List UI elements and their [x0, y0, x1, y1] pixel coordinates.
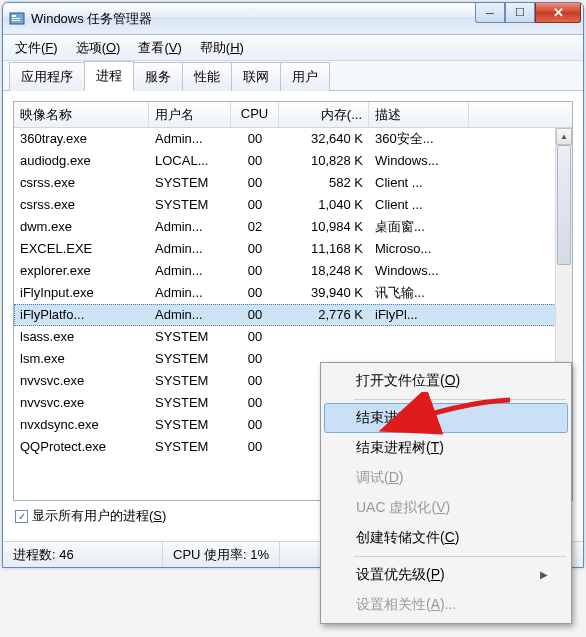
menu-file[interactable]: 文件(F) [9, 37, 64, 59]
scroll-up-button[interactable]: ▲ [556, 128, 572, 145]
cell-user: Admin... [149, 262, 231, 279]
ctx-debug: 调试(D) [324, 463, 568, 493]
cell-img: iFlyInput.exe [14, 284, 149, 301]
cell-desc: Microso... [369, 240, 469, 257]
separator [354, 399, 566, 400]
col-user[interactable]: 用户名 [149, 102, 231, 127]
menu-bar: 文件(F) 选项(O) 查看(V) 帮助(H) [3, 35, 583, 61]
table-row[interactable]: audiodg.exeLOCAL...0010,828 KWindows... [14, 150, 572, 172]
cell-cpu: 00 [231, 240, 279, 257]
col-description[interactable]: 描述 [369, 102, 469, 127]
col-cpu[interactable]: CPU [231, 102, 279, 127]
ctx-end-process[interactable]: 结束进程(E) [324, 403, 568, 433]
table-row[interactable]: 360tray.exeAdmin...0032,640 K360安全... [14, 128, 572, 150]
cell-desc: iFlyPl... [369, 306, 469, 323]
show-all-users-label: 显示所有用户的进程(S) [32, 507, 166, 525]
tab-services[interactable]: 服务 [133, 62, 183, 91]
tab-processes[interactable]: 进程 [84, 61, 134, 91]
table-row[interactable]: lsass.exeSYSTEM00 [14, 326, 572, 348]
close-button[interactable]: ✕ [535, 3, 581, 23]
cell-img: 360tray.exe [14, 130, 149, 147]
cell-mem: 11,168 K [279, 240, 369, 257]
menu-view[interactable]: 查看(V) [132, 37, 187, 59]
cell-mem: 10,984 K [279, 218, 369, 235]
ctx-uac-virtualization: UAC 虚拟化(V) [324, 493, 568, 523]
context-menu: 打开文件位置(O) 结束进程(E) 结束进程树(T) 调试(D) UAC 虚拟化… [320, 362, 572, 624]
cell-mem: 39,940 K [279, 284, 369, 301]
cell-mem [279, 336, 369, 338]
cell-img: QQProtect.exe [14, 438, 149, 455]
cell-img: nvvsvc.exe [14, 394, 149, 411]
tab-applications[interactable]: 应用程序 [9, 62, 85, 91]
list-header: 映像名称 用户名 CPU 内存(... 描述 [14, 102, 572, 128]
scroll-thumb[interactable] [557, 145, 571, 265]
cell-cpu: 00 [231, 196, 279, 213]
cell-img: explorer.exe [14, 262, 149, 279]
cell-img: dwm.exe [14, 218, 149, 235]
cell-mem: 1,040 K [279, 196, 369, 213]
cell-desc: 讯飞输... [369, 283, 469, 303]
cell-cpu: 00 [231, 152, 279, 169]
status-process-count: 进程数: 46 [3, 542, 163, 567]
col-image-name[interactable]: 映像名称 [14, 102, 149, 127]
tab-performance[interactable]: 性能 [182, 62, 232, 91]
app-icon [9, 11, 25, 27]
tab-networking[interactable]: 联网 [231, 62, 281, 91]
ctx-open-file-location[interactable]: 打开文件位置(O) [324, 366, 568, 396]
cell-cpu: 00 [231, 350, 279, 367]
table-row[interactable]: dwm.exeAdmin...0210,984 K桌面窗... [14, 216, 572, 238]
table-row[interactable]: EXCEL.EXEAdmin...0011,168 KMicroso... [14, 238, 572, 260]
cell-user: SYSTEM [149, 328, 231, 345]
cell-user: SYSTEM [149, 416, 231, 433]
cell-cpu: 00 [231, 328, 279, 345]
table-row[interactable]: iFlyPlatfo...Admin...002,776 KiFlyPl... [14, 304, 572, 326]
cell-img: csrss.exe [14, 196, 149, 213]
cell-user: Admin... [149, 284, 231, 301]
tab-bar: 应用程序 进程 服务 性能 联网 用户 [3, 61, 583, 91]
table-row[interactable]: csrss.exeSYSTEM001,040 KClient ... [14, 194, 572, 216]
cell-cpu: 02 [231, 218, 279, 235]
cell-mem: 18,248 K [279, 262, 369, 279]
menu-options[interactable]: 选项(O) [70, 37, 127, 59]
maximize-button[interactable]: ☐ [505, 3, 535, 23]
cell-desc: Windows... [369, 262, 469, 279]
svg-rect-1 [12, 15, 16, 17]
window-title: Windows 任务管理器 [31, 10, 152, 28]
show-all-users-checkbox[interactable]: ✓ [15, 510, 28, 523]
svg-rect-3 [12, 20, 20, 21]
separator [354, 556, 566, 557]
cell-cpu: 00 [231, 262, 279, 279]
cell-user: Admin... [149, 130, 231, 147]
cell-desc: Windows... [369, 152, 469, 169]
col-memory[interactable]: 内存(... [279, 102, 369, 127]
cell-user: SYSTEM [149, 394, 231, 411]
cell-user: SYSTEM [149, 196, 231, 213]
titlebar[interactable]: Windows 任务管理器 ─ ☐ ✕ [3, 3, 583, 35]
ctx-create-dump[interactable]: 创建转储文件(C) [324, 523, 568, 553]
minimize-button[interactable]: ─ [475, 3, 505, 23]
cell-cpu: 00 [231, 394, 279, 411]
cell-user: SYSTEM [149, 350, 231, 367]
cell-cpu: 00 [231, 174, 279, 191]
cell-desc [369, 358, 469, 360]
table-row[interactable]: csrss.exeSYSTEM00582 KClient ... [14, 172, 572, 194]
cell-img: csrss.exe [14, 174, 149, 191]
cell-mem: 32,640 K [279, 130, 369, 147]
table-row[interactable]: iFlyInput.exeAdmin...0039,940 K讯飞输... [14, 282, 572, 304]
cell-user: SYSTEM [149, 438, 231, 455]
cell-desc: Client ... [369, 196, 469, 213]
cell-img: iFlyPlatfo... [14, 306, 149, 323]
cell-img: nvvsvc.exe [14, 372, 149, 389]
menu-help[interactable]: 帮助(H) [194, 37, 250, 59]
tab-users[interactable]: 用户 [280, 62, 330, 91]
ctx-set-priority[interactable]: 设置优先级(P)▶ [324, 560, 568, 590]
cell-cpu: 00 [231, 284, 279, 301]
ctx-end-process-tree[interactable]: 结束进程树(T) [324, 433, 568, 463]
cell-mem: 582 K [279, 174, 369, 191]
cell-user: Admin... [149, 240, 231, 257]
svg-rect-2 [12, 18, 20, 19]
cell-mem [279, 358, 369, 360]
table-row[interactable]: explorer.exeAdmin...0018,248 KWindows... [14, 260, 572, 282]
ctx-set-affinity: 设置相关性(A)... [324, 590, 568, 620]
cell-cpu: 00 [231, 372, 279, 389]
